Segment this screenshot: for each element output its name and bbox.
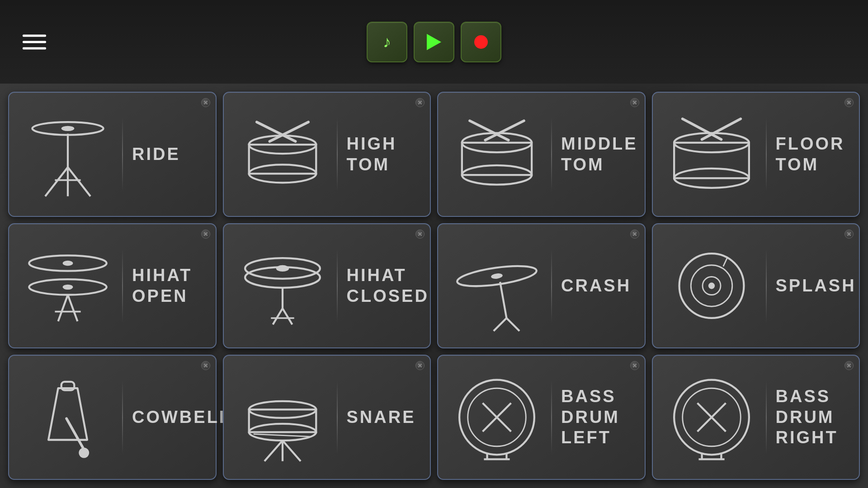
svg-rect-50 <box>249 409 316 432</box>
pad-cowbell[interactable]: COWBELL <box>8 355 217 480</box>
svg-point-23 <box>63 261 73 266</box>
pad-divider <box>766 380 767 454</box>
pad-icon-hihat-closed <box>237 233 328 338</box>
svg-point-48 <box>79 448 89 458</box>
pad-hihat-closed[interactable]: HIHATCLOSED <box>223 223 431 348</box>
svg-rect-13 <box>462 143 532 175</box>
svg-line-21 <box>702 119 741 140</box>
svg-line-38 <box>500 282 506 318</box>
pad-label-cowbell: COWBELL <box>132 407 231 428</box>
pad-ride[interactable]: RIDE <box>8 92 217 217</box>
pad-divider <box>337 117 338 191</box>
svg-line-4 <box>68 167 90 196</box>
screw-decoration <box>844 361 854 370</box>
svg-line-47 <box>66 418 84 450</box>
pad-icon-floor-tom <box>666 102 757 207</box>
pad-label-snare: SNARE <box>347 407 417 428</box>
pad-splash[interactable]: SPLASH <box>652 223 860 348</box>
pad-icon-bass-drum-left <box>452 365 542 470</box>
pad-bass-drum-right[interactable]: BASSDRUMRIGHT <box>652 355 860 480</box>
svg-point-44 <box>708 282 714 289</box>
menu-button[interactable] <box>18 30 51 54</box>
svg-line-54 <box>283 441 301 461</box>
svg-line-39 <box>494 318 507 331</box>
pad-snare[interactable]: SNARE <box>223 355 431 480</box>
pad-label-crash: CRASH <box>561 276 631 296</box>
record-icon <box>474 35 488 49</box>
pad-middle-tom[interactable]: MIDDLETOM <box>437 92 646 217</box>
screw-decoration <box>415 230 425 239</box>
play-button[interactable] <box>414 22 454 62</box>
svg-line-27 <box>68 295 77 322</box>
pad-divider <box>551 380 552 454</box>
pad-crash[interactable]: CRASH <box>437 223 646 348</box>
pad-divider <box>122 249 123 323</box>
pad-label-hihat-open: HIHATOPEN <box>132 265 202 306</box>
svg-point-37 <box>491 273 503 280</box>
pad-label-bass-drum-left: BASSDRUMLEFT <box>561 386 631 448</box>
pad-icon-hihat-open <box>23 233 113 338</box>
screw-decoration <box>415 98 425 107</box>
pad-label-bass-drum-right: BASSDRUMRIGHT <box>776 386 846 448</box>
pad-divider <box>122 117 123 191</box>
toolbar-buttons: ♪ <box>367 22 501 62</box>
pad-divider <box>122 380 123 454</box>
screw-decoration <box>415 361 425 370</box>
svg-line-33 <box>273 309 282 325</box>
svg-line-52 <box>253 434 311 437</box>
pad-floor-tom[interactable]: FLOORTOM <box>652 92 860 217</box>
music-icon: ♪ <box>383 33 391 52</box>
pad-icon-splash <box>666 233 757 338</box>
pad-divider <box>766 117 767 191</box>
pad-divider <box>337 249 338 323</box>
svg-point-25 <box>63 285 73 290</box>
pad-divider <box>551 117 552 191</box>
pad-icon-high-tom <box>237 102 328 207</box>
svg-line-53 <box>264 441 283 461</box>
pad-icon-middle-tom <box>452 102 542 207</box>
pad-label-middle-tom: MIDDLETOM <box>561 134 638 175</box>
screw-decoration <box>201 98 210 107</box>
screw-decoration <box>201 361 210 370</box>
pad-label-ride: RIDE <box>132 144 202 165</box>
music-button[interactable]: ♪ <box>367 22 407 62</box>
svg-line-34 <box>283 309 292 325</box>
pad-icon-bass-drum-right <box>666 365 757 470</box>
pad-label-hihat-closed: HIHATCLOSED <box>347 265 429 306</box>
pad-divider <box>766 249 767 323</box>
pad-label-floor-tom: FLOORTOM <box>776 134 846 175</box>
svg-point-1 <box>61 126 75 131</box>
play-icon <box>427 34 441 50</box>
pad-divider <box>337 380 338 454</box>
pad-icon-snare <box>237 365 328 470</box>
svg-line-3 <box>45 167 68 196</box>
pad-icon-cowbell <box>23 365 113 470</box>
svg-line-20 <box>682 119 721 140</box>
screw-decoration <box>630 230 639 239</box>
screw-decoration <box>844 98 854 107</box>
screw-decoration <box>630 98 639 107</box>
pad-divider <box>551 249 552 323</box>
screw-decoration <box>844 230 854 239</box>
svg-line-45 <box>723 257 727 266</box>
svg-line-40 <box>506 318 519 331</box>
drum-pad-grid: RIDE HIGHTOM <box>0 84 868 488</box>
svg-line-26 <box>58 295 68 322</box>
svg-rect-8 <box>249 145 316 174</box>
pad-bass-drum-left[interactable]: BASSDRUMLEFT <box>437 355 646 480</box>
pad-hihat-open[interactable]: HIHATOPEN <box>8 223 217 348</box>
screw-decoration <box>201 230 210 239</box>
pad-label-high-tom: HIGHTOM <box>347 134 417 175</box>
pad-high-tom[interactable]: HIGHTOM <box>223 92 431 217</box>
screw-decoration <box>630 361 639 370</box>
top-bar: ♪ <box>0 0 868 84</box>
record-button[interactable] <box>461 22 501 62</box>
pad-icon-ride <box>23 102 113 207</box>
pad-label-splash: SPLASH <box>776 276 856 296</box>
pad-icon-crash <box>452 233 542 338</box>
svg-rect-18 <box>674 143 749 178</box>
